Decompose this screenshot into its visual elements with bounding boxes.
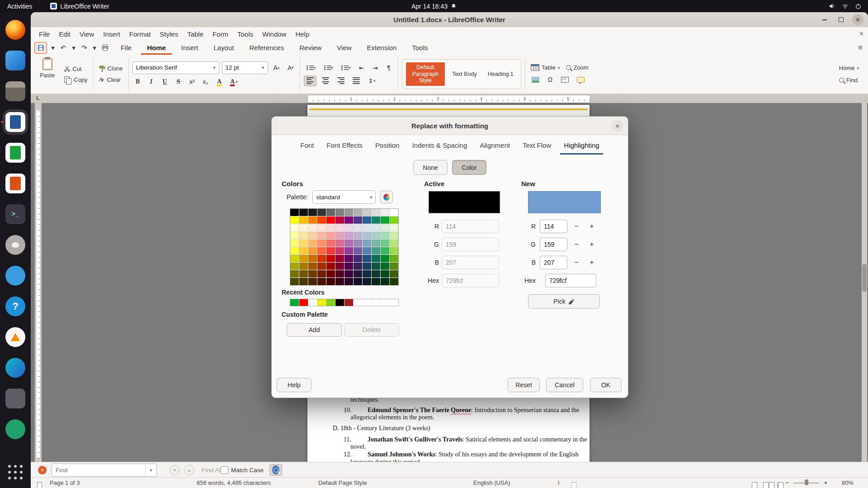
palette-swatch[interactable] (326, 270, 335, 277)
dialog-tab-font[interactable]: Font (296, 138, 318, 155)
find-history-dropdown[interactable]: ▾ (145, 464, 156, 476)
clock-menu[interactable]: Apr 14 16:43 (411, 3, 457, 10)
dock-item-software[interactable] (5, 419, 26, 440)
find-input[interactable] (52, 464, 145, 476)
language-status[interactable]: English (USA) (473, 479, 510, 486)
dock-item-writer[interactable] (5, 112, 26, 132)
close-document-icon[interactable]: × (859, 30, 863, 38)
palette-swatch[interactable] (381, 278, 389, 285)
close-find-bar-button[interactable]: × (38, 466, 47, 474)
palette-swatch[interactable] (363, 232, 371, 239)
dialog-tab-font-effects[interactable]: Font Effects (322, 138, 367, 155)
palette-swatch[interactable] (335, 270, 344, 277)
close-button[interactable]: × (852, 14, 863, 25)
menu-tools[interactable]: Tools (233, 29, 258, 39)
underline-button[interactable]: U (160, 76, 170, 87)
palette-swatch[interactable] (354, 239, 362, 247)
zoom-slider-thumb[interactable] (805, 479, 808, 485)
palette-swatch[interactable] (354, 232, 362, 239)
recent-color-swatch[interactable] (317, 299, 326, 306)
palette-swatch[interactable] (354, 278, 362, 285)
recent-color-swatch[interactable] (354, 299, 362, 306)
insert-special-character-button[interactable]: Ω (545, 74, 556, 85)
dock-item-ide[interactable] (5, 357, 26, 378)
palette-swatch[interactable] (363, 263, 371, 270)
palette-swatch[interactable] (317, 263, 326, 270)
recent-color-swatch[interactable] (363, 299, 371, 306)
palette-swatch[interactable] (317, 216, 326, 224)
palette-swatch[interactable] (335, 239, 344, 247)
palette-swatch[interactable] (390, 239, 398, 247)
reset-button[interactable]: Reset (508, 378, 540, 392)
add-color-button[interactable]: Add (287, 323, 342, 337)
formatting-marks-button[interactable]: ¶ (383, 62, 394, 73)
palette-swatch[interactable] (381, 263, 389, 270)
ribbon-tab-tools[interactable]: Tools (404, 42, 435, 54)
new-hex-input[interactable] (545, 274, 596, 287)
palette-swatch[interactable] (335, 255, 344, 262)
zoom-button[interactable]: Zoom (564, 63, 590, 72)
align-center-button[interactable] (319, 75, 332, 86)
palette-swatch[interactable] (326, 278, 335, 285)
recent-color-swatch[interactable] (326, 299, 335, 306)
palette-swatch[interactable] (335, 224, 344, 231)
ribbon-tab-view[interactable]: View (329, 42, 359, 54)
palette-swatch[interactable] (308, 216, 317, 224)
ok-button[interactable]: OK (590, 378, 622, 392)
insert-text-box-button[interactable] (558, 74, 571, 85)
palette-swatch[interactable] (290, 255, 299, 262)
cancel-button[interactable]: Cancel (546, 378, 583, 392)
menu-insert[interactable]: Insert (99, 29, 125, 39)
find-toolbar-button[interactable]: Find (837, 76, 859, 84)
activities-button[interactable]: Activities (0, 3, 39, 10)
new-r-increment-button[interactable]: + (585, 220, 598, 233)
palette-swatch[interactable] (335, 232, 344, 239)
highlight-color-button[interactable]: Color (452, 160, 486, 175)
palette-swatch[interactable] (326, 216, 335, 224)
palette-swatch[interactable] (299, 263, 308, 270)
palette-select[interactable]: standard▾ (312, 190, 376, 204)
palette-swatch[interactable] (299, 278, 308, 285)
recent-color-swatch[interactable] (344, 299, 353, 306)
bold-button[interactable]: B (132, 76, 143, 87)
menu-styles[interactable]: Styles (155, 29, 183, 39)
palette-swatch[interactable] (299, 255, 308, 262)
tab-stop-selector[interactable]: L (36, 95, 39, 101)
palette-swatch[interactable] (381, 224, 389, 231)
recent-color-swatch[interactable] (299, 299, 308, 306)
redo-button[interactable]: ↷ (80, 42, 89, 53)
palette-swatch[interactable] (390, 270, 398, 277)
menu-view[interactable]: View (75, 29, 99, 39)
font-color-button[interactable]: A▾ (227, 76, 241, 87)
highlight-color-button[interactable]: A (214, 76, 225, 87)
palette-swatch[interactable] (344, 255, 353, 262)
cut-button[interactable]: Cut (62, 65, 89, 73)
palette-swatch[interactable] (326, 232, 335, 239)
increase-font-size-button[interactable]: A▴ (271, 62, 282, 73)
palette-swatch[interactable] (372, 278, 380, 285)
align-right-button[interactable] (335, 75, 347, 86)
word-count-status[interactable]: 656 words, 4,495 characters (197, 479, 271, 486)
palette-swatch[interactable] (317, 278, 326, 285)
palette-swatch[interactable] (372, 270, 380, 277)
dialog-titlebar[interactable]: Replace with formatting × (272, 117, 628, 135)
palette-swatch[interactable] (344, 216, 353, 224)
palette-swatch[interactable] (381, 255, 389, 262)
palette-swatch[interactable] (326, 255, 335, 262)
print-button[interactable] (100, 42, 109, 53)
palette-swatch[interactable] (372, 247, 380, 254)
new-g-increment-button[interactable]: + (585, 238, 598, 251)
palette-swatch[interactable] (335, 263, 344, 270)
palette-swatch[interactable] (354, 224, 362, 231)
window-titlebar[interactable]: Untitled 1.docx - LibreOffice Writer × (31, 12, 868, 28)
palette-swatch[interactable] (308, 224, 317, 231)
palette-swatch[interactable] (363, 209, 371, 216)
ribbon-tab-home[interactable]: Home (139, 42, 174, 54)
palette-swatch[interactable] (317, 247, 326, 254)
palette-swatch[interactable] (381, 232, 389, 239)
new-g-decrement-button[interactable]: − (570, 238, 583, 251)
superscript-button[interactable]: x² (187, 76, 198, 87)
maximize-button[interactable] (835, 14, 847, 25)
system-tray[interactable] (829, 3, 868, 9)
page-number-status[interactable]: Page 1 of 3 (50, 479, 80, 486)
